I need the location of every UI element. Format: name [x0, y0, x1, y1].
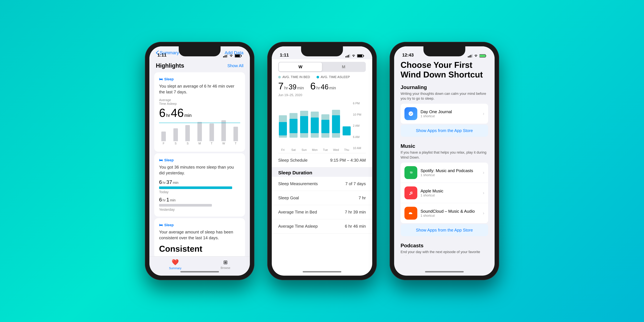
show-all-link[interactable]: Show All — [227, 63, 244, 68]
duration-header: Sleep Duration — [272, 168, 372, 177]
soundcloud-sub: 1 shortcut — [420, 214, 483, 218]
sleep-bar-wed — [331, 102, 341, 147]
legend-asleep: AVG. TIME ASLEEP — [316, 75, 350, 79]
card-text-3: Your average amount of sleep has been co… — [159, 229, 240, 241]
podcasts-section: Podcasts End your day with the next epis… — [394, 240, 494, 256]
highlights-title: Highlights — [156, 62, 184, 69]
spotify-chevron: › — [483, 170, 484, 175]
svg-rect-17 — [472, 54, 472, 58]
podcasts-desc: End your day with the next episode of yo… — [400, 250, 488, 256]
bottom-tab-1: ❤️ Summary ⊞ Browse — [150, 256, 250, 276]
applemusic-icon — [404, 186, 417, 199]
status-time-2: 1:11 — [280, 52, 289, 58]
signal-icon-2 — [346, 54, 350, 58]
seg-week[interactable]: W — [279, 62, 322, 71]
tab-summary[interactable]: ❤️ Summary — [169, 259, 182, 270]
notch-3 — [424, 46, 465, 56]
wifi-icon — [229, 54, 233, 58]
svg-rect-2 — [226, 55, 226, 58]
dayone-sub: 1 shortcut — [420, 114, 483, 118]
card-text-1: You slept an average of 6 hr 46 min over… — [159, 83, 240, 95]
notch-1 — [179, 46, 220, 56]
main-title: Choose Your First Wind Down Shortcut — [394, 57, 494, 81]
stat-block-2: 6 hr 46 min — [310, 80, 336, 92]
legend-row: AVG. TIME IN BED AVG. TIME ASLEEP — [272, 75, 372, 80]
dayone-row[interactable]: Day One Journal 1 shortcut › — [400, 104, 488, 124]
music-store-link[interactable]: Show Apps from the App Store — [400, 224, 488, 236]
spotify-info: Spotify: Music and Podcasts 1 shortcut — [420, 168, 483, 177]
sleep-chart: 6 PM 10 PM 2 AM 6 AM 10 AM — [278, 98, 366, 153]
svg-rect-7 — [346, 56, 346, 58]
home-bar-2 — [303, 271, 341, 272]
wifi-icon-3 — [474, 54, 478, 58]
journaling-desc: Writing your thoughts down can calm your… — [400, 91, 488, 101]
scroll-area-1: Highlights Show All 🛏 Sleep You slept an… — [150, 59, 250, 256]
card-category-1: 🛏 Sleep — [159, 77, 240, 81]
svg-rect-13 — [364, 55, 364, 56]
legend-dot-bed — [278, 76, 281, 78]
card-text-2: You got 36 minutes more sleep than you d… — [159, 164, 240, 176]
phone-1-screen: 1:11 Summary Sleep Add Data H — [150, 46, 250, 276]
music-section: Music If you have a playlist that helps … — [394, 140, 494, 240]
consistent-label: Consistent — [159, 244, 240, 254]
date-range: Jun 19–25, 2020 — [272, 93, 372, 98]
sleep-bar-mon — [310, 102, 320, 147]
dayone-info: Day One Journal 1 shortcut — [420, 109, 483, 118]
card-category-3: 🛏 Sleep — [159, 223, 240, 227]
soundcloud-info: SoundCloud – Music & Audio 1 shortcut — [420, 209, 483, 218]
svg-rect-15 — [469, 56, 470, 58]
browse-icon: ⊞ — [223, 259, 228, 265]
dayone-name: Day One Journal — [420, 109, 483, 114]
home-bar-1 — [180, 271, 219, 272]
heart-icon: ❤️ — [172, 259, 179, 266]
notch-2 — [301, 46, 343, 56]
svg-rect-10 — [349, 54, 350, 58]
battery-icon-2 — [357, 54, 364, 58]
today-stat: 6 hr 37 min — [159, 179, 240, 185]
soundcloud-name: SoundCloud – Music & Audio — [420, 209, 483, 214]
music-title: Music — [400, 143, 488, 149]
measurements-row: Sleep Measurements 7 of 7 days — [272, 177, 372, 191]
day-labels: Fri Sat Sun Mon Tue Wed Thu — [278, 147, 351, 153]
sleep-bars-area — [278, 102, 351, 147]
soundcloud-row[interactable]: SoundCloud – Music & Audio 1 shortcut › — [400, 203, 488, 223]
applemusic-row[interactable]: Apple Music 1 shortcut › — [400, 183, 488, 203]
svg-rect-20 — [486, 55, 486, 56]
svg-rect-19 — [480, 55, 485, 57]
svg-rect-9 — [348, 55, 349, 58]
phone-1: 1:11 Summary Sleep Add Data H — [145, 42, 254, 280]
svg-rect-23 — [407, 189, 414, 196]
big-stats-row: 7 hr 39 min 6 hr 46 min — [272, 80, 372, 93]
yesterday-sleep-card: 🛏 Sleep You got 36 minutes more sleep th… — [154, 153, 245, 216]
stat-block-1: 7 hr 39 min — [278, 80, 304, 92]
goal-row: Sleep Goal 7 hr — [272, 191, 372, 205]
avg-sleep-card: 🛏 Sleep You slept an average of 6 hr 46 … — [154, 72, 245, 152]
status-time-3: 12:43 — [402, 52, 414, 58]
svg-rect-0 — [223, 56, 224, 58]
dayone-chevron: › — [483, 111, 484, 116]
spotify-name: Spotify: Music and Podcasts — [420, 168, 483, 173]
music-desc: If you have a playlist that helps you re… — [400, 150, 488, 160]
stat2-value: 6 hr 46 min — [310, 80, 336, 92]
journaling-store-link[interactable]: Show Apps from the App Store — [400, 124, 488, 137]
highlights-header: Highlights Show All — [150, 59, 250, 71]
phone-2: 1:11 Sleep Done W M — [267, 42, 377, 280]
phones-container: 1:11 Summary Sleep Add Data H — [145, 42, 499, 280]
battery-icon-3 — [480, 54, 486, 58]
tab-browse[interactable]: ⊞ Browse — [220, 259, 230, 270]
home-bar-3 — [425, 271, 464, 272]
avg-asleep-row: Average Time Asleep 6 hr 46 min — [272, 219, 372, 234]
spotify-icon — [404, 166, 417, 179]
soundcloud-icon — [404, 207, 417, 220]
stat1-value: 7 hr 39 min — [278, 80, 304, 92]
soundcloud-chevron: › — [483, 210, 484, 216]
seg-month[interactable]: M — [322, 62, 365, 71]
svg-rect-16 — [470, 55, 471, 58]
svg-rect-3 — [227, 54, 228, 58]
phone-3-screen: 12:43 Cancel Choose Your First Wind Down… — [394, 46, 494, 276]
svg-rect-6 — [241, 55, 242, 56]
chart-label-1: Average Time Asleep — [159, 98, 240, 106]
avg-stat: 6 hr 46 min — [159, 106, 240, 120]
spotify-row[interactable]: Spotify: Music and Podcasts 1 shortcut › — [400, 162, 488, 182]
journaling-title: Journaling — [400, 84, 488, 90]
